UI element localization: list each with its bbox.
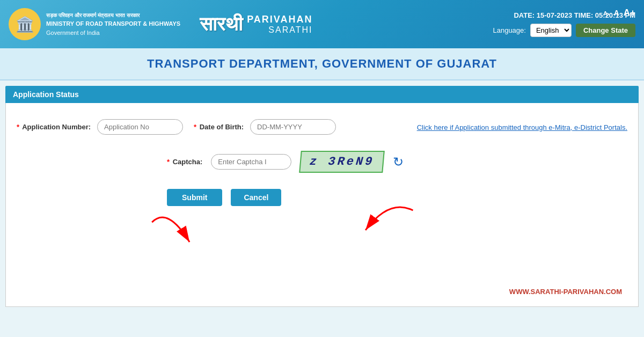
ministry-hindi: सड़क परिवहन और राजमार्ग मंत्रालय भारत सर…: [46, 11, 180, 19]
logo-area: 🏛️ सड़क परिवहन और राजमार्ग मंत्रालय भारत…: [9, 8, 180, 40]
captcha-label: * Captcha:: [167, 158, 202, 166]
dept-title: TRANSPORT DEPARTMENT, GOVERNMENT OF GUJA…: [0, 48, 644, 80]
language-row: Language: English Hindi Change State: [493, 24, 635, 37]
font-large-button[interactable]: A+: [624, 8, 635, 18]
font-medium-button[interactable]: A: [614, 9, 619, 17]
language-label: Language:: [493, 26, 525, 34]
website-text: WWW.SARATHI-PARIVAHAN.COM: [509, 288, 622, 296]
captcha-image: z 3ReN9: [299, 151, 385, 173]
required-symbol-1: *: [17, 123, 19, 131]
govt-india: Government of India: [46, 28, 180, 38]
language-select[interactable]: English Hindi: [530, 24, 572, 37]
parivahan-label: PARIVAHAN SARATHI: [247, 14, 312, 35]
change-state-button[interactable]: Change State: [576, 24, 635, 37]
submit-button[interactable]: Submit: [167, 189, 222, 206]
refresh-captcha-icon[interactable]: ↻: [393, 155, 404, 170]
captcha-row: * Captcha: z 3ReN9 ↻: [167, 151, 627, 173]
captcha-input[interactable]: [211, 154, 291, 170]
sarathi-script-logo: सारथी: [200, 13, 243, 35]
ministry-english: MINISTRY OF ROAD TRANSPORT & HIGHWAYS: [46, 19, 180, 28]
dob-group: * Date of Birth:: [194, 119, 336, 135]
ministry-text: सड़क परिवहन और राजमार्ग मंत्रालय भारत सर…: [46, 11, 180, 37]
dob-label: * Date of Birth:: [194, 123, 244, 131]
emitra-link[interactable]: Click here if Application submitted thro…: [417, 123, 627, 131]
cancel-button[interactable]: Cancel: [231, 189, 281, 206]
application-number-input[interactable]: [97, 119, 183, 135]
button-row: Submit Cancel: [167, 189, 627, 206]
font-size-controls: A- A A+: [603, 8, 635, 18]
font-small-button[interactable]: A-: [603, 10, 610, 17]
sarathi-logo: सारथी PARIVAHAN SARATHI: [200, 13, 312, 35]
app-number-label: * Application Number:: [17, 123, 91, 131]
header: 🏛️ सड़क परिवहन और राजमार्ग मंत्रालय भारत…: [0, 0, 644, 48]
required-symbol-3: *: [167, 158, 170, 166]
form-row-1: * Application Number: * Date of Birth: C…: [17, 119, 627, 135]
required-symbol-2: *: [194, 123, 196, 131]
brand-area: सारथी PARIVAHAN SARATHI: [200, 13, 312, 35]
form-container: * Application Number: * Date of Birth: C…: [5, 103, 639, 307]
emitra-link-area: Click here if Application submitted thro…: [417, 122, 627, 132]
emblem-icon: 🏛️: [9, 8, 41, 40]
app-number-group: * Application Number:: [17, 119, 183, 135]
section-header: Application Status: [5, 86, 639, 103]
dob-input[interactable]: [250, 119, 336, 135]
